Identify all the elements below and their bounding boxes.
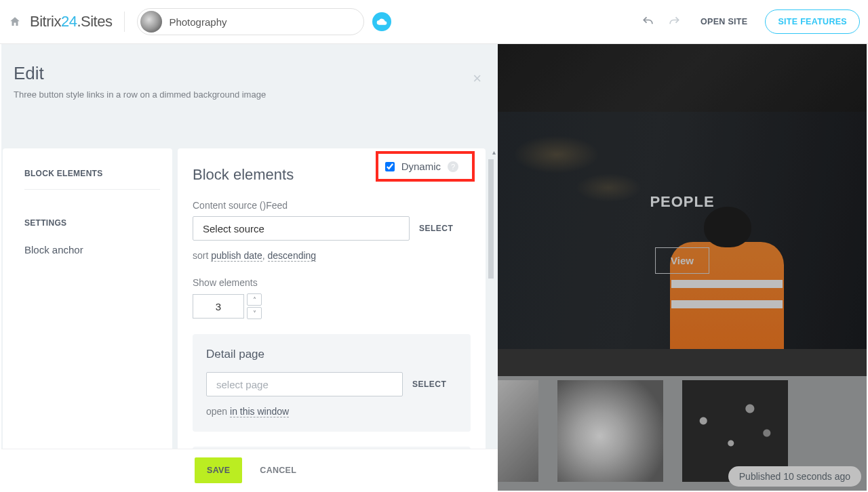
open-prefix: open	[206, 406, 227, 417]
site-avatar	[140, 11, 162, 33]
save-button[interactable]: SAVE	[195, 457, 242, 483]
show-elements-input[interactable]	[193, 294, 244, 319]
detail-page-input[interactable]	[206, 372, 403, 396]
site-features-button[interactable]: SITE FEATURES	[765, 9, 860, 34]
cancel-button[interactable]: CANCEL	[260, 466, 296, 475]
divider	[124, 12, 125, 32]
help-icon[interactable]: ?	[448, 161, 458, 172]
undo-button[interactable]	[639, 13, 657, 30]
sidebar-heading-block-elements[interactable]: BLOCK ELEMENTS	[24, 169, 160, 178]
brand-logo: Bitrix24.Sites	[30, 13, 112, 30]
close-icon[interactable]: ×	[473, 70, 481, 87]
cloud-button[interactable]	[372, 12, 391, 31]
sort-sep: ,	[262, 250, 265, 261]
form-scrollbar[interactable]: ▴ ▾	[488, 152, 495, 478]
preview-hero-figure	[650, 200, 785, 349]
redo-button[interactable]	[665, 13, 683, 30]
site-selector[interactable]: Photography	[137, 8, 364, 35]
content-source-input[interactable]	[193, 216, 410, 241]
sort-line: sort publish date, descending	[193, 250, 471, 261]
quantity-stepper: ˄ ˅	[247, 293, 262, 319]
step-up-button[interactable]: ˄	[247, 293, 262, 306]
sidebar-heading-settings[interactable]: SETTINGS	[24, 218, 160, 228]
preview-view-button[interactable]: View	[655, 247, 709, 274]
edit-subtitle: Three button style links in a row on a d…	[14, 89, 486, 100]
scroll-thumb[interactable]	[488, 159, 494, 279]
brand-prefix: Bitrix	[30, 13, 61, 30]
content-source-select-button[interactable]: SELECT	[419, 224, 453, 233]
dynamic-checkbox[interactable]	[385, 162, 395, 171]
home-icon[interactable]	[8, 15, 22, 28]
open-target-link[interactable]: in this window	[230, 406, 289, 417]
gallery-thumb[interactable]	[557, 380, 663, 482]
scroll-up-icon[interactable]: ▴	[492, 148, 496, 156]
edit-footer: SAVE CANCEL	[1, 449, 498, 491]
sort-order-link[interactable]: descending	[268, 250, 317, 262]
dynamic-highlight: Dynamic ?	[376, 151, 475, 182]
preview-hero: PEOPLE View	[498, 112, 867, 349]
gallery-thumb[interactable]	[498, 380, 538, 482]
site-name: Photography	[169, 16, 226, 28]
brand-suffix: .Sites	[77, 13, 112, 30]
content-source-label: Content source ()Feed	[193, 200, 471, 211]
edit-title: Edit	[14, 63, 486, 84]
step-down-button[interactable]: ˅	[247, 307, 262, 319]
preview-hero-title: PEOPLE	[498, 193, 867, 211]
top-toolbar: Bitrix24.Sites Photography OPEN SITE SIT…	[0, 0, 868, 44]
detail-page-heading: Detail page	[206, 348, 457, 361]
page-preview: PEOPLE View Published 10 seconds ago	[498, 44, 867, 491]
edit-sidebar: BLOCK ELEMENTS SETTINGS Block anchor	[3, 148, 172, 449]
edit-header: Edit Three button style links in a row o…	[1, 44, 498, 115]
brand-number: 24	[61, 13, 77, 30]
published-pill: Published 10 seconds ago	[728, 466, 861, 487]
sidebar-item-block-anchor[interactable]: Block anchor	[24, 239, 160, 261]
open-site-button[interactable]: OPEN SITE	[691, 10, 757, 33]
open-target-line: open in this window	[206, 406, 457, 417]
detail-page-select-button[interactable]: SELECT	[412, 380, 446, 389]
show-elements-label: Show elements	[193, 277, 471, 288]
edit-panel: Edit Three button style links in a row o…	[1, 44, 498, 491]
preview-top-strip	[498, 44, 867, 112]
workspace: Edit Three button style links in a row o…	[1, 44, 867, 491]
sort-field-link[interactable]: publish date	[211, 250, 262, 262]
edit-form: Block elements Dynamic ? Content source …	[178, 148, 486, 449]
sidebar-divider	[24, 189, 160, 190]
dynamic-label: Dynamic	[401, 161, 441, 172]
detail-page-card: Detail page SELECT open in this window	[193, 334, 471, 432]
sort-prefix: sort	[193, 250, 208, 261]
